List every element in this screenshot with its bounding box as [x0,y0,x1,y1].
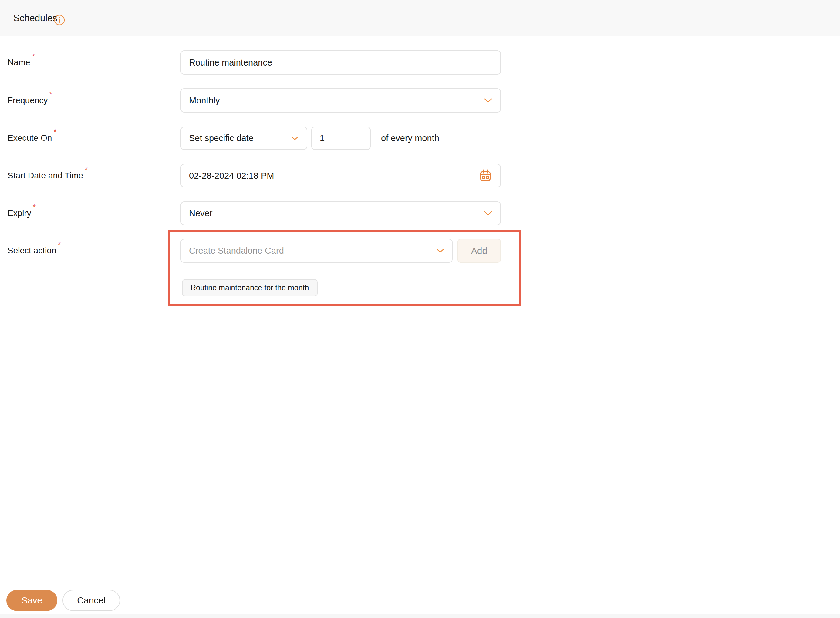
action-placeholder: Create Standalone Card [189,246,431,256]
required-marker: * [32,52,35,61]
page-title: Schedules [13,13,57,24]
calendar-icon[interactable] [478,169,492,183]
expiry-label: Expiry* [7,208,36,218]
chevron-down-icon [291,136,299,141]
expiry-value: Never [189,208,479,218]
start-date-label: Start Date and Time* [7,171,88,181]
execute-on-mode-select[interactable]: Set specific date [181,126,307,150]
execute-on-suffix: of every month [381,133,439,143]
footer-divider [0,582,840,583]
required-marker: * [85,165,88,174]
chevron-down-icon [436,248,444,253]
frequency-value: Monthly [189,95,479,105]
frequency-select[interactable]: Monthly [181,88,501,113]
save-button[interactable]: Save [6,590,57,611]
cancel-button[interactable]: Cancel [62,590,120,611]
required-marker: * [53,128,56,137]
page-header: Schedules [0,0,840,36]
execute-on-label: Execute On* [7,133,56,143]
action-chip[interactable]: Routine maintenance for the month [182,279,318,296]
add-button[interactable]: Add [457,239,501,263]
bottom-strip [0,614,840,618]
select-action-label: Select action* [7,245,61,256]
chevron-down-icon [484,211,492,216]
execute-on-mode-value: Set specific date [189,133,286,143]
info-icon[interactable] [53,14,65,27]
name-label: Name* [7,57,35,68]
frequency-label: Frequency* [7,95,52,105]
required-marker: * [58,240,61,249]
action-select[interactable]: Create Standalone Card [181,239,453,263]
execute-on-day-input[interactable] [311,126,371,150]
start-date-input[interactable]: 02-28-2024 02:18 PM [181,164,501,187]
name-input[interactable] [181,51,501,75]
start-date-value: 02-28-2024 02:18 PM [189,171,473,181]
chevron-down-icon [484,98,492,103]
required-marker: * [33,203,36,212]
required-marker: * [49,90,52,99]
expiry-select[interactable]: Never [181,202,501,225]
